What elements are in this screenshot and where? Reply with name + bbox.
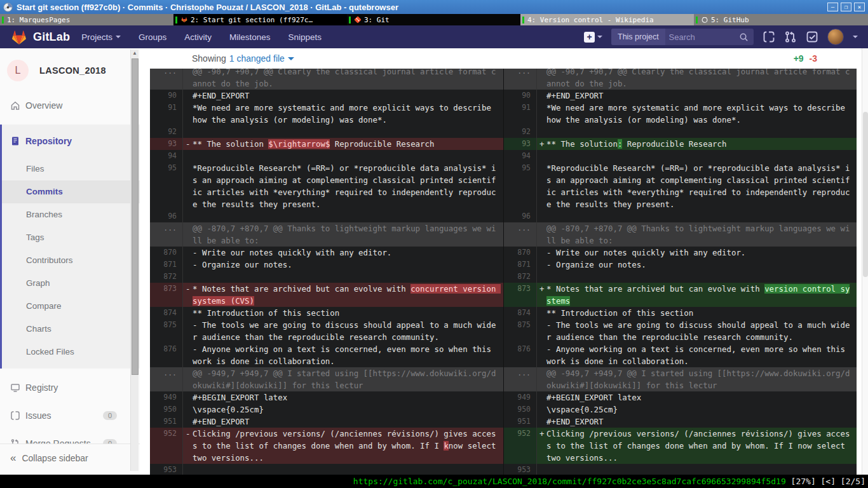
- close-button[interactable]: ✕: [854, 3, 865, 11]
- line-number-new[interactable]: 93: [503, 138, 537, 150]
- line-number-old[interactable]: 876: [150, 343, 183, 367]
- line-number-new[interactable]: 873: [503, 283, 537, 307]
- sidebar-subitem-locked-files[interactable]: Locked Files: [2, 341, 140, 363]
- line-number-new[interactable]: 95: [503, 162, 537, 210]
- diff-row: 876- Anyone working on a text is concern…: [150, 343, 857, 367]
- search-box: This project: [611, 29, 754, 45]
- scroll-up-arrow[interactable]: ▲: [131, 50, 139, 57]
- hunk-header-old: @@ -949,7 +949,7 @@ I started using [[ht…: [183, 367, 503, 391]
- diff-marker: +: [539, 283, 544, 295]
- nav-item-snippets[interactable]: Snippets: [288, 32, 322, 42]
- nav-item-projects[interactable]: Projects: [81, 32, 121, 42]
- code-line: ** Introduction of this section: [183, 307, 503, 319]
- sidebar-subitem-files[interactable]: Files: [2, 158, 140, 180]
- sidebar-subitem-charts[interactable]: Charts: [2, 318, 140, 341]
- line-number-old[interactable]: 871: [150, 259, 183, 271]
- sidebar-item-issues[interactable]: Issues0: [0, 407, 140, 424]
- user-avatar[interactable]: [827, 29, 844, 45]
- tab-2[interactable]: 2: Start git section (ff927c…: [173, 14, 347, 25]
- line-number-new[interactable]: 953: [503, 464, 537, 475]
- code-line: *Reproducible Research* (=RR=) or *repro…: [183, 162, 503, 210]
- nav-item-milestones[interactable]: Milestones: [229, 32, 271, 42]
- sidebar-subitem-graph[interactable]: Graph: [2, 272, 140, 295]
- line-number-old[interactable]: 93: [150, 138, 183, 150]
- line-number-old[interactable]: 873: [150, 283, 183, 307]
- line-number-old[interactable]: 95: [150, 162, 183, 210]
- tab-4[interactable]: 4: Version control - Wikipedia: [520, 14, 694, 25]
- plus-icon: +: [584, 32, 595, 43]
- code-line: - Anyone working on a text is concerned,…: [183, 343, 503, 367]
- line-number-new[interactable]: 90: [503, 90, 537, 102]
- line-number-new[interactable]: 952: [503, 428, 537, 464]
- count-badge: 0: [103, 411, 117, 420]
- line-number-old[interactable]: 872: [150, 271, 183, 283]
- page-scrollbar[interactable]: [862, 48, 868, 475]
- line-number-old[interactable]: 952: [150, 428, 183, 464]
- line-number-old[interactable]: 90: [150, 90, 183, 102]
- line-number-new[interactable]: 872: [503, 271, 537, 283]
- line-number-old[interactable]: 874: [150, 307, 183, 319]
- brand-text[interactable]: GitLab: [33, 30, 70, 44]
- nav-item-activity[interactable]: Activity: [184, 32, 212, 42]
- code-line: - Write our notes quickly with any edito…: [183, 247, 503, 259]
- this-project-scope[interactable]: This project: [611, 29, 665, 45]
- sidebar-scrollbar-thumb[interactable]: [132, 58, 139, 375]
- tab-1[interactable]: 1: MarquesPages: [0, 14, 173, 25]
- tab-5[interactable]: 5: GitHub: [694, 14, 868, 25]
- sidebar-subitem-commits[interactable]: Commits: [2, 180, 140, 203]
- gitlab-logo-icon[interactable]: [10, 29, 28, 46]
- project-header[interactable]: L LASCON_2018: [0, 48, 140, 90]
- line-number-new[interactable]: 951: [503, 416, 537, 428]
- collapse-sidebar-button[interactable]: « Collapse sidebar: [0, 444, 140, 472]
- code-line: - The tools we are going to discuss shou…: [537, 319, 857, 343]
- line-number-new[interactable]: 91: [503, 102, 537, 126]
- code-line-new: #+END_EXPORT: [537, 90, 857, 102]
- search-input[interactable]: [665, 32, 739, 42]
- line-number-old[interactable]: 950: [150, 403, 183, 416]
- sidebar-scrollbar[interactable]: ▲: [130, 50, 139, 471]
- line-number-old[interactable]: 91: [150, 102, 183, 126]
- deleted-code-line: -Clicking /previous versions/ (/ancienne…: [183, 428, 503, 464]
- line-number-new[interactable]: 96: [503, 210, 537, 222]
- line-number-old[interactable]: 92: [150, 126, 183, 138]
- line-number-old[interactable]: 870: [150, 247, 183, 259]
- line-number-new[interactable]: 949: [503, 391, 537, 403]
- changed-files-link[interactable]: 1 changed file: [229, 53, 285, 64]
- line-number-old[interactable]: 951: [150, 416, 183, 428]
- line-number-new[interactable]: 92: [503, 126, 537, 138]
- merge-requests-icon-button[interactable]: [784, 30, 797, 43]
- minimize-button[interactable]: –: [827, 3, 838, 11]
- line-number-new[interactable]: 950: [503, 403, 537, 416]
- window-title: Start git section (ff927c0b) · Commits ·…: [17, 3, 398, 12]
- line-number-new[interactable]: 875: [503, 319, 537, 343]
- line-number-old[interactable]: 953: [150, 464, 183, 475]
- new-menu-button[interactable]: +: [584, 32, 602, 43]
- line-number-new[interactable]: 876: [503, 343, 537, 367]
- line-number-new[interactable]: 874: [503, 307, 537, 319]
- code-line: *Reproducible Research* (=RR=) or *repro…: [537, 162, 857, 210]
- line-number-new[interactable]: 870: [503, 247, 537, 259]
- line-number-new[interactable]: 871: [503, 259, 537, 271]
- page-scrollbar-thumb[interactable]: [863, 112, 868, 277]
- diff-row: 950\vspace{0.25cm}950\vspace{0.25cm}: [150, 403, 857, 416]
- code-line-old: - Anyone working on a text is concerned,…: [183, 343, 503, 367]
- sidebar-item-repository[interactable]: Repository: [2, 132, 140, 150]
- sidebar-subitem-compare[interactable]: Compare: [2, 295, 140, 318]
- todos-icon-button[interactable]: [806, 30, 818, 43]
- issues-icon-button[interactable]: [763, 30, 775, 43]
- sidebar-subitem-tags[interactable]: Tags: [2, 226, 140, 249]
- maximize-button[interactable]: ❐: [841, 3, 851, 11]
- sidebar-subitem-contributors[interactable]: Contributors: [2, 249, 140, 272]
- nav-item-groups[interactable]: Groups: [139, 32, 166, 42]
- sidebar-subitem-branches[interactable]: Branches: [2, 203, 140, 226]
- sidebar-item-overview[interactable]: Overview: [0, 97, 140, 114]
- line-number-old[interactable]: 875: [150, 319, 183, 343]
- line-number-old[interactable]: 94: [150, 150, 183, 162]
- code-line: - Organize our notes.: [183, 259, 503, 271]
- code-line-old: [183, 464, 503, 475]
- line-number-old[interactable]: 96: [150, 210, 183, 222]
- sidebar-item-registry[interactable]: Registry: [0, 379, 140, 396]
- line-number-old[interactable]: 949: [150, 391, 183, 403]
- line-number-new[interactable]: 94: [503, 150, 537, 162]
- tab-3[interactable]: 3: Git: [347, 14, 520, 25]
